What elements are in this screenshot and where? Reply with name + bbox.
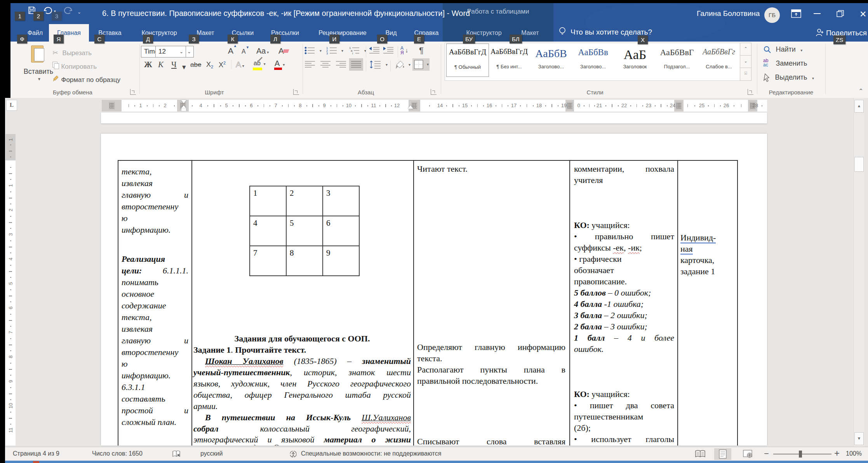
style-card[interactable]: АаБбВвГПодзагол...	[656, 44, 698, 76]
indent-left-marker[interactable]	[181, 109, 186, 111]
horizontal-ruler[interactable]: 1245678910111214151617181902122232425262…	[5, 100, 854, 111]
tab-рассылки[interactable]: Рассылки	[262, 24, 308, 42]
style-card[interactable]: АаБбВЗаголово...	[530, 44, 572, 76]
select-button[interactable]: Выделить ▾	[763, 73, 814, 84]
pilcrow-button[interactable]: ¶	[419, 45, 424, 56]
multilevel-list-button[interactable]: 1ai ▾	[349, 46, 362, 56]
paste-button[interactable]: Вставить ▼	[23, 44, 54, 87]
cut-button[interactable]: ✂ Вырезать	[52, 49, 92, 57]
align-left-button[interactable]	[304, 60, 315, 70]
styles-more[interactable]: ⍗	[740, 68, 751, 81]
style-card[interactable]: АаБбВвГгСлабое в...	[698, 44, 740, 76]
zoom-slider-thumb[interactable]	[799, 451, 802, 458]
vertical-scrollbar[interactable]: ▲ ▼	[853, 98, 864, 447]
paragraph-dialog-launcher[interactable]	[431, 89, 437, 95]
share-button[interactable]: Поделиться	[826, 29, 867, 37]
clipboard-dialog-launcher[interactable]	[130, 89, 136, 95]
ruler-column-marker[interactable]	[109, 102, 115, 110]
status-accessibility[interactable]: Специальные возможности: не поддерживают…	[301, 450, 441, 457]
tab-конструктор[interactable]: Конструктор	[131, 24, 188, 42]
table-border-vertical	[118, 160, 118, 446]
proofing-icon[interactable]	[172, 450, 181, 460]
highlight-button[interactable]: ab▾	[254, 60, 266, 67]
line-spacing-button[interactable]: ▾	[370, 60, 383, 70]
indent-right-marker[interactable]	[408, 105, 413, 109]
redo-icon[interactable]	[62, 6, 72, 15]
align-center-button[interactable]	[320, 60, 331, 70]
minimize-button[interactable]	[814, 13, 821, 14]
bold-button[interactable]: Ж	[144, 60, 152, 70]
print-layout-button[interactable]	[714, 448, 731, 460]
underline-button[interactable]: Ч	[171, 60, 177, 70]
superscript-button[interactable]: X2	[219, 61, 226, 69]
font-color-button[interactable]: А▾	[275, 59, 285, 68]
user-name[interactable]: Галина Болотвина	[697, 9, 760, 18]
bullets-button[interactable]: ▾	[304, 46, 318, 56]
find-button[interactable]: Найти ▾	[763, 45, 802, 56]
read-mode-button[interactable]	[692, 448, 709, 460]
restore-button[interactable]	[837, 10, 844, 19]
styles-scroll-down[interactable]: ⌄	[740, 56, 751, 68]
zoom-in-button[interactable]: +	[834, 448, 840, 459]
italic-button[interactable]: К	[158, 60, 164, 70]
copy-button[interactable]: Копировать	[52, 62, 97, 71]
vertical-ruler[interactable]: 11234567891011	[5, 113, 16, 447]
replace-button[interactable]: ab ac Заменить	[763, 59, 807, 70]
tab-справка[interactable]: Справка	[405, 24, 448, 42]
vruler-tick	[9, 151, 12, 151]
avatar[interactable]: ГБ	[764, 7, 780, 23]
borders-button[interactable]: ▾	[412, 58, 430, 71]
close-button[interactable]: ✕	[859, 9, 866, 19]
scroll-thumb[interactable]	[854, 157, 864, 172]
shading-button[interactable]: ▾	[394, 59, 406, 71]
scroll-down-button[interactable]: ▼	[854, 432, 864, 445]
paragraph-group-label: Абзац	[333, 89, 399, 96]
font-dialog-launcher[interactable]	[293, 89, 299, 95]
screen-edge-top	[0, 0, 868, 3]
font-size-combo[interactable]: 12⌄	[155, 46, 186, 57]
page[interactable]: 123456789текста,извлекаяглавную ивторост…	[101, 134, 767, 446]
style-card[interactable]: АаБЗаголовок	[614, 44, 656, 76]
zoom-out-button[interactable]: −	[764, 449, 769, 459]
underline-dropdown[interactable]: ▾	[182, 63, 186, 71]
styles-scroll-up[interactable]: ⌃	[740, 43, 751, 56]
collapse-ribbon-icon[interactable]: ⌃	[858, 87, 863, 95]
sort-button[interactable]: АЯ↓	[400, 45, 414, 56]
shrink-font-button[interactable]: А▼	[242, 48, 246, 55]
decrease-indent-button[interactable]	[369, 46, 380, 56]
ribbon-display-options-icon[interactable]	[791, 9, 801, 19]
indent-hanging-marker[interactable]	[181, 105, 186, 109]
style-card[interactable]: АаБбВвЗаголово...	[572, 44, 614, 76]
keytip-О: О	[377, 35, 387, 44]
style-card[interactable]: АаБбВвГгД¶ Обычный	[446, 44, 489, 77]
status-page[interactable]: Страница 4 из 9	[13, 450, 59, 457]
web-layout-button[interactable]	[739, 448, 756, 460]
numbering-button[interactable]: 123 ▾	[326, 46, 339, 56]
text-effects-button[interactable]: А ▾	[236, 60, 244, 69]
vruler-number: 1	[8, 136, 14, 144]
qat-customize-icon[interactable]: ⌄	[77, 9, 81, 15]
increase-indent-button[interactable]	[383, 46, 394, 56]
change-case-button[interactable]: Aa ▾	[256, 47, 269, 56]
status-language[interactable]: русский	[200, 450, 223, 457]
vruler-tick	[10, 167, 11, 168]
justify-button[interactable]	[349, 58, 363, 71]
subscript-button[interactable]: X2	[206, 61, 213, 69]
styles-gallery-scroll: ⌃ ⌄ ⍗	[740, 43, 751, 80]
format-painter-button[interactable]: Формат по образцу	[52, 75, 120, 84]
status-words[interactable]: Число слов: 1650	[92, 450, 143, 457]
strikethrough-button[interactable]: abe	[190, 61, 201, 69]
ruler-column-marker[interactable]	[676, 102, 682, 110]
clear-formatting-button[interactable]: А	[278, 46, 284, 56]
indent-first-line-marker[interactable]	[181, 100, 186, 103]
doc-text-line: Реализация	[122, 254, 188, 264]
zoom-level[interactable]: 100%	[846, 450, 862, 457]
tab-рецензирование[interactable]: Рецензирование	[308, 24, 377, 42]
ruler-number: 22	[620, 103, 628, 108]
grow-font-button[interactable]: А▲	[228, 46, 233, 56]
style-card[interactable]: АаБбВвГгД¶ Без инт...	[488, 44, 530, 76]
zoom-slider[interactable]	[773, 454, 831, 454]
align-right-button[interactable]	[336, 60, 346, 70]
scroll-up-button[interactable]: ▲	[854, 100, 864, 113]
styles-dialog-launcher[interactable]	[748, 89, 753, 95]
